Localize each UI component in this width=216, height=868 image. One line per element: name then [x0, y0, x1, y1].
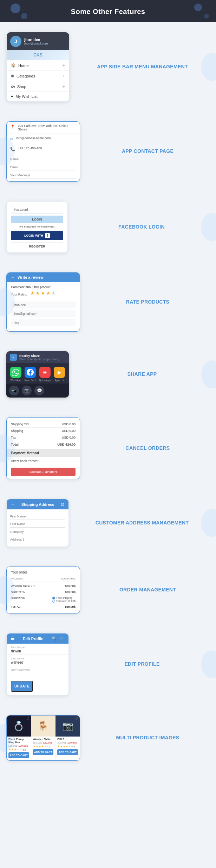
contact-phone-mockup: 📍 228 Park ave, New York, NY, United Sta…	[6, 121, 80, 182]
sidebar-menu-item-categories[interactable]: ⊞Categories +	[7, 71, 69, 81]
profile-search-icon[interactable]: 🔍	[52, 636, 57, 641]
review-header-title: Write a review	[18, 275, 44, 279]
share-title: Nearby Share	[19, 354, 61, 358]
profile-first-name-field: First Name rizwan	[7, 644, 68, 655]
facebook-login-section-label: FACEBOOK LOGIN	[73, 224, 210, 231]
share-app-section: ~ Nearby Share Share instantly with peop…	[0, 341, 216, 407]
profile-last-name-field: Last Name waheed	[7, 655, 68, 666]
company-input[interactable]	[10, 528, 65, 535]
facebook-login-button[interactable]: LOGIN WITH f	[11, 231, 63, 240]
product-table: 🪑 ♡ Wooden Table 150.00$ 120.00$ ★ ★ ★ ★…	[31, 716, 56, 760]
ring-add-to-cart-button[interactable]: ADD TO CART	[8, 752, 29, 758]
share-apps-grid: WhatsApp News Feed ⊕ Quick Apps ▶ Apps L…	[6, 363, 69, 384]
forgot-password-link[interactable]: I've Forgotten My Password?	[11, 225, 63, 228]
sidebar-user-email: jhon@gmail.com	[24, 42, 48, 45]
contact-email-input[interactable]	[10, 164, 76, 170]
newsfeed-icon	[25, 367, 36, 378]
address1-input[interactable]	[10, 535, 65, 543]
order-table: Shipping Tax USD 0.00 Shipping USD 0.00 …	[7, 418, 80, 448]
last-name-value: waheed	[7, 660, 68, 666]
share-bottom-icon-1[interactable]: 📲	[9, 386, 19, 395]
payment-method-label: Payment Method	[7, 449, 80, 457]
star-rating[interactable]: ★ ★ ★ ★ ★	[30, 290, 56, 296]
cancel-orders-section-label: CANCEL ORDERS	[86, 445, 210, 452]
order-mgmt-header: PRODUCT SUBTOTAL	[11, 577, 76, 582]
flat-rate-option[interactable]: Flat rate: 10.00$	[52, 599, 76, 603]
star-4[interactable]: ★	[46, 290, 51, 296]
sidebar-menu-item-home[interactable]: 🏠Home +	[7, 60, 69, 71]
customer-address-section-label: CUSTOMER ADDRESS MANAGEMENT	[74, 520, 210, 527]
share-app-whatsapp[interactable]: WhatsApp	[9, 367, 22, 381]
ring-image: 💍 ♡	[7, 716, 31, 737]
login-with-label: LOGIN WITH	[24, 234, 43, 237]
star-2[interactable]: ★	[35, 290, 40, 296]
order-management-section-label: ORDER MANAGEMENT	[86, 586, 210, 594]
share-app-appslist[interactable]: ▶ Apps List	[53, 367, 66, 381]
total-value2: 100.00$	[65, 605, 76, 609]
first-name-value: rizwan	[7, 649, 68, 655]
sidebar-section: J jhon dee jhon@gmail.com CKS 🏠Home + ⊞C…	[0, 22, 216, 111]
share-app-section-label: SHARE APP	[74, 371, 210, 378]
ring-wishlist-icon[interactable]: ♡	[26, 717, 30, 721]
profile-header: ☰ Edit Profile 🔍 🛒	[7, 633, 68, 644]
appslist-label: Apps List	[55, 379, 64, 381]
star-3[interactable]: ★	[41, 290, 45, 296]
address-back-icon[interactable]: ←	[11, 502, 15, 507]
contact-address: 228 Park ave, New York, NY, United State…	[18, 124, 76, 131]
whatsapp-label: WhatsApp	[11, 379, 21, 381]
edit-profile-section-label: EDIT PROFILE	[74, 661, 210, 668]
share-logo: ~	[10, 354, 17, 361]
flat-rate-radio[interactable]	[52, 600, 55, 603]
contact-phone: +92 123 456-789	[18, 147, 42, 150]
free-shipping-option[interactable]: Free shipping	[52, 596, 76, 599]
profile-deco-circle	[201, 650, 216, 678]
last-name-input[interactable]	[10, 520, 65, 528]
camera-wishlist-icon[interactable]: ♡	[75, 717, 78, 721]
shipping-label: Shipping	[11, 429, 23, 433]
profile-menu-icon[interactable]: ☰	[11, 636, 14, 641]
login-button[interactable]: LOGIN	[11, 216, 63, 223]
table-add-to-cart-button[interactable]: ADD TO CART	[33, 749, 54, 755]
table-old-price: 150.00$	[33, 741, 42, 744]
camera-prices: 500.00$ 100.00$	[55, 741, 80, 745]
star-1[interactable]: ★	[30, 290, 35, 296]
contact-section: APP CONTACT PAGE 📍 228 Park ave, New Yor…	[0, 111, 216, 191]
register-link[interactable]: REGISTER	[11, 242, 63, 248]
share-bottom-icon-3[interactable]: 💬	[34, 386, 44, 395]
star-5[interactable]: ★	[51, 290, 56, 296]
total-label2: TOTAL	[11, 605, 21, 609]
free-shipping-radio[interactable]	[52, 597, 55, 599]
share-app-newsfeed[interactable]: News Feed	[24, 367, 37, 381]
share-header: ~ Nearby Share Share instantly with peop…	[6, 351, 69, 363]
profile-update-button[interactable]: UPDATE	[11, 681, 33, 692]
contact-name-input[interactable]	[10, 156, 76, 162]
camera-add-to-cart-button[interactable]: ADD TO CART	[57, 749, 78, 755]
contact-message-input[interactable]	[10, 172, 76, 178]
sidebar-user-info: jhon dee jhon@gmail.com	[24, 38, 48, 45]
sidebar-section-label: APP SIDE BAR MENU MANAGEMENT	[75, 63, 210, 70]
newsfeed-label: News Feed	[25, 379, 36, 381]
review-user-email: jhon@gmail.com	[11, 310, 76, 317]
cancel-order-button[interactable]: CANCEL ORDER	[11, 468, 76, 476]
whatsapp-icon	[10, 367, 21, 378]
first-name-input[interactable]	[10, 512, 65, 520]
sidebar-menu-item-shop[interactable]: 🛍Shop +	[7, 81, 69, 92]
products-grid: 💍 ♡ Black Fancy Ring Box 225.00$ 130.00$…	[7, 716, 80, 760]
sidebar-menu-item-wishlist[interactable]: ♥My Wish List	[7, 92, 69, 101]
location-icon: 📍	[10, 124, 15, 129]
table-wishlist-icon[interactable]: ♡	[51, 717, 54, 721]
review-back-icon[interactable]: ←	[11, 275, 15, 279]
share-app-quickapps[interactable]: ⊕ Quick Apps	[38, 367, 52, 381]
total-row: Total USD 424.00	[11, 441, 76, 448]
sidebar-wishlist-label: My Wish List	[16, 94, 38, 99]
sidebar-avatar: J	[10, 36, 21, 47]
sidebar-home-plus: +	[62, 63, 65, 68]
share-bottom-icon-2[interactable]: 📷	[22, 386, 32, 395]
multi-product-section-label: MULTI PRODUCT IMAGES	[86, 734, 210, 741]
order-total-row: TOTAL 100.00$	[11, 604, 76, 610]
password-field[interactable]	[11, 206, 63, 213]
product-subtotal: 100.00$	[65, 584, 76, 588]
profile-cart-icon[interactable]: 🛒	[59, 636, 64, 641]
total-value: USD 424.00	[57, 442, 76, 446]
share-bottom-bar: 📲 📷 💬	[6, 384, 69, 398]
